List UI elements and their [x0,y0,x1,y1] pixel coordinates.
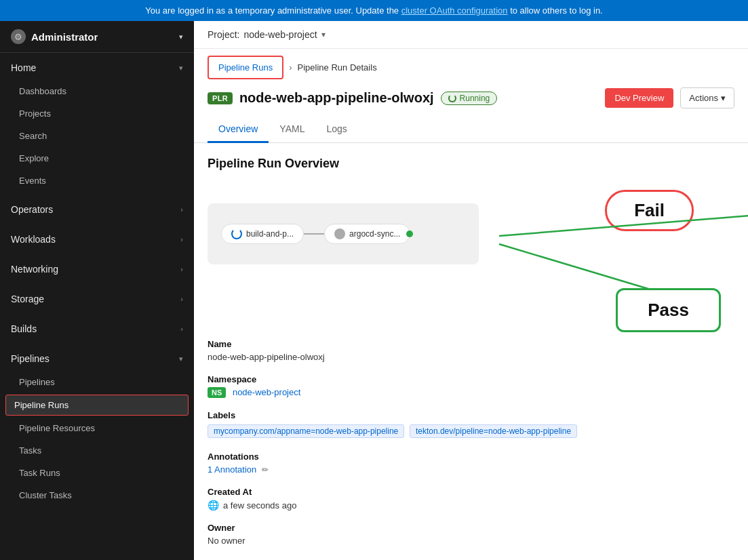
home-section-header[interactable]: Home ▾ [0,56,194,80]
gear-icon: ⚙ [11,29,26,44]
callout-fail: Fail [605,190,694,231]
sidebar-item-projects[interactable]: Projects [0,102,194,125]
name-value: node-web-app-pipeline-olwoxj [208,352,734,362]
project-dropdown-icon[interactable]: ▾ [321,30,326,39]
globe-icon: 🌐 [208,500,219,511]
admin-chevron-icon: ▾ [179,33,183,41]
labels-field: Labels mycompany.com/appname=node-web-ap… [208,410,734,439]
dev-preview-button[interactable]: Dev Preview [605,88,673,108]
banner-text: You are logged in as a temporary adminis… [145,5,401,16]
workloads-section: Workloads › [0,224,194,254]
annotations-label: Annotations [208,452,734,462]
builds-chevron-icon: › [180,325,183,333]
owner-value: No owner [208,536,734,546]
networking-label: Networking [11,264,58,275]
home-chevron-icon: ▾ [179,64,183,73]
label-chip-0[interactable]: mycompany.com/appname=node-web-app-pipel… [208,424,404,438]
builds-section-header[interactable]: Builds › [0,317,194,341]
sidebar-item-tasks[interactable]: Tasks [0,439,194,462]
sidebar-item-pipeline-resources[interactable]: Pipeline Resources [0,417,194,439]
networking-section-header[interactable]: Networking › [0,257,194,281]
plr-badge: PLR [208,92,233,104]
project-bar: Project: node-web-project ▾ [194,21,748,49]
task-node-build[interactable]: build-and-p... [221,224,304,244]
sidebar-item-pipelines[interactable]: Pipelines [0,371,194,393]
tab-overview[interactable]: Overview [208,117,269,143]
home-section: Home ▾ Dashboards Projects Search Explor… [0,53,194,195]
title-right: Dev Preview Actions ▾ [605,87,734,108]
annotation-link-text: 1 Annotation [208,464,256,475]
edit-icon: ✏ [262,465,269,475]
namespace-field: Namespace NS node-web-project [208,374,734,398]
created-at-value-row: 🌐 a few seconds ago [208,500,734,511]
connector-dot [406,231,413,237]
created-at-value: a few seconds ago [223,500,296,511]
title-row: PLR node-web-app-pipeline-olwoxj Running… [194,79,748,117]
networking-section: Networking › [0,254,194,284]
pipelines-section: Pipelines ▾ Pipelines Pipeline Runs Pipe… [0,344,194,509]
sidebar-header: ⚙ Administrator ▾ [0,21,194,53]
project-name: node-web-project [243,29,317,40]
pipeline-runs-breadcrumb-tab[interactable]: Pipeline Runs [208,56,283,79]
owner-label: Owner [208,523,734,533]
storage-section: Storage › [0,284,194,314]
builds-label: Builds [11,323,37,334]
pipelines-section-header[interactable]: Pipelines ▾ [0,346,194,371]
workloads-chevron-icon: › [180,235,183,243]
label-chip-1[interactable]: tekton.dev/pipeline=node-web-app-pipelin… [410,424,577,438]
pipelines-label: Pipelines [11,353,50,364]
task-build-label: build-and-p... [246,229,294,239]
storage-section-header[interactable]: Storage › [0,287,194,311]
pipeline-diagram-container: build-and-p... argocd-sync... Fail [208,183,734,319]
operators-section-header[interactable]: Operators › [0,197,194,222]
sidebar-item-pipeline-runs[interactable]: Pipeline Runs [5,395,189,416]
actions-button[interactable]: Actions ▾ [680,87,734,108]
task-circle-icon [334,228,345,239]
sidebar-item-explore[interactable]: Explore [0,147,194,169]
home-label: Home [11,62,36,73]
created-at-label: Created At [208,487,734,497]
running-spin-icon [448,94,456,102]
owner-field: Owner No owner [208,523,734,546]
workloads-section-header[interactable]: Workloads › [0,227,194,252]
sidebar: ⚙ Administrator ▾ Home ▾ Dashboards Proj… [0,21,194,560]
tab-yaml[interactable]: YAML [269,117,315,143]
namespace-value: NS node-web-project [208,387,734,398]
annotations-field: Annotations 1 Annotation ✏ [208,452,734,475]
annotation-link[interactable]: 1 Annotation ✏ [208,464,269,475]
breadcrumb-current-page: Pipeline Run Details [295,57,380,78]
project-label: Project: [208,29,239,40]
sidebar-item-task-runs[interactable]: Task Runs [0,462,194,484]
builds-section: Builds › [0,314,194,344]
pipelines-chevron-icon: ▾ [179,355,183,363]
name-label: Name [208,339,734,349]
namespace-label: Namespace [208,374,734,384]
storage-label: Storage [11,294,44,304]
name-field: Name node-web-app-pipeline-olwoxj [208,339,734,362]
operators-chevron-icon: › [180,205,183,214]
task-node-argocd[interactable]: argocd-sync... [324,224,410,244]
task-argocd-label: argocd-sync... [349,229,400,239]
pipeline-title: node-web-app-pipeline-olwoxj [239,90,434,106]
connector-line [304,233,324,235]
ns-badge: NS [208,387,226,398]
main-content: Project: node-web-project ▾ Pipeline Run… [194,21,748,560]
oauth-config-link[interactable]: cluster OAuth configuration [401,5,508,16]
sidebar-item-search[interactable]: Search [0,125,194,147]
sidebar-item-cluster-tasks[interactable]: Cluster Tasks [0,484,194,506]
operators-label: Operators [11,204,53,215]
title-left: PLR node-web-app-pipeline-olwoxj Running [208,90,497,106]
top-banner: You are logged in as a temporary adminis… [0,0,748,21]
banner-text-after: to allow others to log in. [510,5,603,16]
overview-section-title: Pipeline Run Overview [208,157,734,171]
storage-chevron-icon: › [180,295,183,303]
namespace-link[interactable]: node-web-project [233,387,300,397]
operators-section: Operators › [0,195,194,224]
breadcrumb: Pipeline Runs › Pipeline Run Details [194,49,748,79]
sidebar-item-events[interactable]: Events [0,169,194,192]
running-status-label: Running [460,94,490,103]
tab-logs[interactable]: Logs [315,117,357,143]
sidebar-item-dashboards[interactable]: Dashboards [0,80,194,102]
networking-chevron-icon: › [180,265,183,273]
labels-chips-container: mycompany.com/appname=node-web-app-pipel… [208,423,734,439]
